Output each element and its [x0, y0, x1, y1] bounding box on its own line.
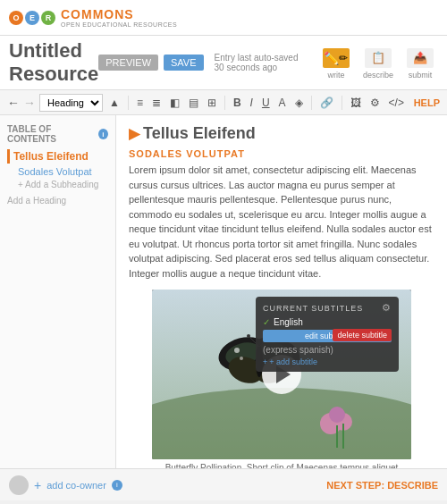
autosave-text: Entry last auto-saved 30 seconds ago: [215, 53, 308, 72]
write-label: write: [327, 71, 344, 80]
logo-subtitle: OPEN EDUCATIONAL RESOURCES: [61, 21, 177, 28]
save-button[interactable]: SAVE: [164, 55, 204, 71]
link-button[interactable]: 🔗: [317, 96, 336, 110]
add-subtitle-text: + add subtitle: [269, 357, 317, 366]
toc-item-main[interactable]: Tellus Eleifend: [7, 149, 108, 164]
header: O E R COMMONS OPEN EDUCATIONAL RESOURCES: [0, 0, 447, 36]
section-heading-text: Tellus Eleifend: [143, 124, 256, 143]
italic-button[interactable]: I: [248, 96, 256, 110]
logo-commons: COMMONS: [61, 7, 177, 21]
footer-left: + add co-owner i: [9, 475, 122, 495]
svg-rect-5: [336, 425, 338, 448]
toc-item-sub[interactable]: Sodales Volutpat: [7, 165, 108, 178]
title-actions: PREVIEW SAVE Entry last auto-saved 30 se…: [98, 43, 438, 83]
align-center-button[interactable]: ▤: [186, 96, 201, 110]
code-button[interactable]: </>: [386, 96, 407, 110]
underline-button[interactable]: U: [259, 96, 273, 110]
add-coowner-link[interactable]: add co-owner: [46, 480, 106, 491]
bold-button[interactable]: B: [231, 96, 244, 110]
submit-icon: 📤: [406, 46, 434, 70]
preview-button[interactable]: PREVIEW: [98, 55, 158, 71]
coowner-info-icon[interactable]: i: [112, 480, 122, 491]
video-caption: Butterfly Pollination. Short clip of Mae…: [152, 463, 411, 468]
svg-point-16: [240, 357, 243, 360]
svg-point-1: [152, 388, 411, 459]
help-button[interactable]: HELP: [414, 97, 440, 108]
logo-o-circle: O: [9, 11, 23, 25]
align-left-button[interactable]: ◧: [167, 96, 182, 110]
font-size-up[interactable]: ▲: [106, 96, 122, 110]
subtitles-popup: CURRENT SUBTITLES ⚙ ✓ English edit subti…: [256, 297, 399, 372]
write-icon: ✏: [322, 46, 350, 70]
svg-point-4: [329, 407, 345, 423]
divider-2: [224, 96, 225, 110]
describe-link[interactable]: DESCRIBE: [387, 480, 438, 491]
main-area: TABLE OF CONTENTS i Tellus Eleifend Soda…: [0, 115, 447, 468]
subtitles-title: CURRENT SUBTITLES ⚙: [263, 302, 392, 314]
video-container: Butterfly Pollination. Short clip of Mae…: [152, 290, 411, 468]
content-area: ▶ Tellus Eleifend SODALES VOLUTPAT Lorem…: [116, 115, 447, 468]
toolbar: ← → Heading ▲ ≡ ≣ ◧ ▤ ⊞ B I U A ◈ 🔗 🖼 ⚙ …: [0, 90, 447, 115]
submit-label: submit: [409, 71, 433, 80]
forward-button[interactable]: →: [23, 96, 36, 110]
section-heading: ▶ Tellus Eleifend: [129, 124, 434, 143]
section-subheading: SODALES VOLUTPAT: [129, 148, 434, 159]
section-body: Lorem ipsum dolor sit amet, consectetur …: [129, 163, 434, 281]
heading-select[interactable]: Heading: [39, 94, 103, 112]
subtitle-spanish-label: (express spanish): [263, 345, 392, 355]
avatar: [9, 475, 29, 495]
subtitle-english-label: English: [274, 317, 303, 327]
embed-button[interactable]: ⚙: [367, 96, 383, 110]
describe-icon: 📋: [364, 46, 392, 70]
list-unordered-button[interactable]: ≡: [134, 96, 146, 110]
add-icon[interactable]: +: [34, 478, 41, 492]
page-title: Untitled Resource: [9, 39, 98, 86]
delete-subtitle-button[interactable]: delete subtitle: [333, 329, 392, 341]
check-icon: ✓: [263, 317, 270, 327]
logo: O E R COMMONS OPEN EDUCATIONAL RESOURCES: [9, 7, 177, 28]
highlight-button[interactable]: ◈: [292, 96, 306, 110]
toc-add-heading[interactable]: Add a Heading: [7, 196, 108, 206]
footer: + add co-owner i NEXT STEP: DESCRIBE: [0, 468, 447, 500]
describe-label: describe: [363, 71, 393, 80]
subtitles-english-item: ✓ English: [263, 317, 392, 327]
titlebar: Untitled Resource PREVIEW SAVE Entry las…: [0, 36, 447, 90]
divider-1: [128, 96, 129, 110]
describe-tab[interactable]: 📋 describe: [359, 43, 397, 83]
add-subtitle-link[interactable]: + + add subtitle: [263, 357, 392, 366]
list-ordered-button[interactable]: ≣: [149, 96, 164, 110]
toc-add-subheading[interactable]: + Add a Subheading: [7, 179, 108, 190]
divider-3: [311, 96, 312, 110]
next-step: NEXT STEP: DESCRIBE: [326, 480, 438, 491]
next-step-label: NEXT STEP:: [326, 480, 384, 491]
write-tab[interactable]: ✏ write: [318, 43, 354, 83]
toc-label: TABLE OF CONTENTS: [7, 124, 96, 144]
svg-rect-6: [342, 424, 344, 449]
toc-info-icon[interactable]: i: [98, 129, 108, 139]
toc-header: TABLE OF CONTENTS i: [7, 124, 108, 144]
text-color-button[interactable]: A: [276, 96, 289, 110]
logo-r-circle: R: [41, 11, 55, 25]
svg-point-20: [247, 334, 250, 338]
plus-icon: +: [263, 357, 267, 366]
svg-point-14: [234, 348, 240, 353]
divider-4: [342, 96, 342, 110]
submit-tab[interactable]: 📤 submit: [402, 43, 438, 83]
section-arrow: ▶: [129, 125, 139, 142]
media-button[interactable]: 🖼: [348, 96, 364, 110]
logo-e-circle: E: [25, 11, 39, 25]
grid-button[interactable]: ⊞: [205, 96, 219, 110]
sidebar: TABLE OF CONTENTS i Tellus Eleifend Soda…: [0, 115, 116, 468]
logo-text: COMMONS OPEN EDUCATIONAL RESOURCES: [61, 7, 177, 28]
subtitles-settings-icon[interactable]: ⚙: [382, 302, 392, 314]
back-button[interactable]: ←: [7, 96, 20, 110]
